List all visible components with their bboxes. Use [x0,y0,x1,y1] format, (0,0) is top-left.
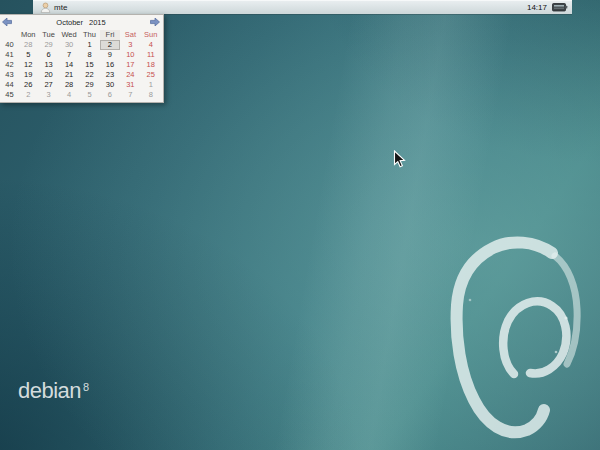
calendar-day-cell[interactable]: 18 [141,60,161,70]
calendar-title: October2015 [13,18,149,27]
calendar-day-cell[interactable]: 1 [79,40,99,50]
calendar-week-row: 4212131415161718 [1,60,161,70]
calendar-day-cell[interactable]: 10 [120,50,140,60]
desktop: debian8 mte 14:17 [0,0,600,450]
debian-wordmark: debian8 [18,380,89,402]
calendar-day-cell[interactable]: 12 [18,60,38,70]
arrow-left-icon [2,18,12,26]
calendar-day-cell[interactable]: 7 [120,90,140,100]
calendar-day-cell[interactable]: 5 [79,90,99,100]
calendar-year: 2015 [89,18,106,27]
calendar-day-cell[interactable]: 26 [18,80,38,90]
menu-label: mte [54,3,67,12]
prev-month-button[interactable] [1,17,13,27]
wordmark-text: debian [18,378,81,403]
calendar-day-cell[interactable]: 25 [141,70,161,80]
week-number: 45 [1,90,18,100]
calendar-day-cell[interactable]: 30 [59,40,79,50]
calendar-popup: October2015 MonTueWedThuFriSatSun4028293… [0,14,164,103]
calendar-day-cell[interactable]: 29 [38,40,58,50]
day-name-wed: Wed [59,30,79,40]
wordmark-version: 8 [83,381,89,393]
calendar-day-cell[interactable]: 19 [18,70,38,80]
calendar-day-cell[interactable]: 3 [120,40,140,50]
calendar-day-cell[interactable]: 11 [141,50,161,60]
calendar-day-cell[interactable]: 13 [38,60,58,70]
calendar-day-cell[interactable]: 27 [38,80,58,90]
calendar-day-cell[interactable]: 6 [38,50,58,60]
week-number: 40 [1,40,18,50]
calendar-day-cell[interactable]: 14 [59,60,79,70]
calendar-header: October2015 [1,16,161,28]
calendar-dayname-row: MonTueWedThuFriSatSun [1,29,161,40]
calendar-day-cell[interactable]: 2 [100,40,120,50]
calendar-day-cell[interactable]: 2 [18,90,38,100]
week-number: 42 [1,60,18,70]
calendar-day-cell[interactable]: 28 [18,40,38,50]
calendar-week-row: 402829301234 [1,40,161,50]
day-name-sun: Sun [141,30,161,40]
calendar-week-row: 452345678 [1,90,161,100]
battery-ac-icon [552,2,568,12]
calendar-week-row: 41567891011 [1,50,161,60]
calendar-day-cell[interactable]: 22 [79,70,99,80]
menu-button[interactable]: mte [37,0,70,14]
calendar-week-row: 4319202122232425 [1,70,161,80]
user-avatar-icon [40,2,51,13]
calendar-day-cell[interactable]: 24 [120,70,140,80]
clock-applet[interactable]: 14:17 [527,3,547,12]
calendar-day-cell[interactable]: 8 [79,50,99,60]
calendar-day-cell[interactable]: 28 [59,80,79,90]
calendar-day-cell[interactable]: 23 [100,70,120,80]
calendar-day-cell[interactable]: 3 [38,90,58,100]
calendar-day-cell[interactable]: 17 [120,60,140,70]
week-number: 44 [1,80,18,90]
day-name-sat: Sat [120,30,140,40]
week-number: 41 [1,50,18,60]
day-name-tue: Tue [38,30,58,40]
calendar-day-cell[interactable]: 4 [59,90,79,100]
top-panel: mte 14:17 [33,0,572,14]
calendar-day-cell[interactable]: 29 [79,80,99,90]
week-number-corner [1,30,18,40]
calendar-day-cell[interactable]: 15 [79,60,99,70]
calendar-day-cell[interactable]: 20 [38,70,58,80]
calendar-day-cell[interactable]: 31 [120,80,140,90]
day-name-thu: Thu [79,30,99,40]
calendar-grid: MonTueWedThuFriSatSun4028293012344156789… [1,29,161,100]
week-number: 43 [1,70,18,80]
calendar-day-cell[interactable]: 5 [18,50,38,60]
next-month-button[interactable] [149,17,161,27]
calendar-day-cell[interactable]: 16 [100,60,120,70]
calendar-week-row: 442627282930311 [1,80,161,90]
calendar-month: October [56,18,83,27]
day-name-mon: Mon [18,30,38,40]
calendar-day-cell[interactable]: 8 [141,90,161,100]
arrow-right-icon [150,18,160,26]
calendar-day-cell[interactable]: 1 [141,80,161,90]
calendar-day-cell[interactable]: 30 [100,80,120,90]
calendar-day-cell[interactable]: 6 [100,90,120,100]
battery-applet[interactable] [552,2,568,12]
calendar-day-cell[interactable]: 9 [100,50,120,60]
calendar-day-cell[interactable]: 21 [59,70,79,80]
day-name-fri: Fri [100,30,120,40]
calendar-day-cell[interactable]: 7 [59,50,79,60]
calendar-day-cell[interactable]: 4 [141,40,161,50]
